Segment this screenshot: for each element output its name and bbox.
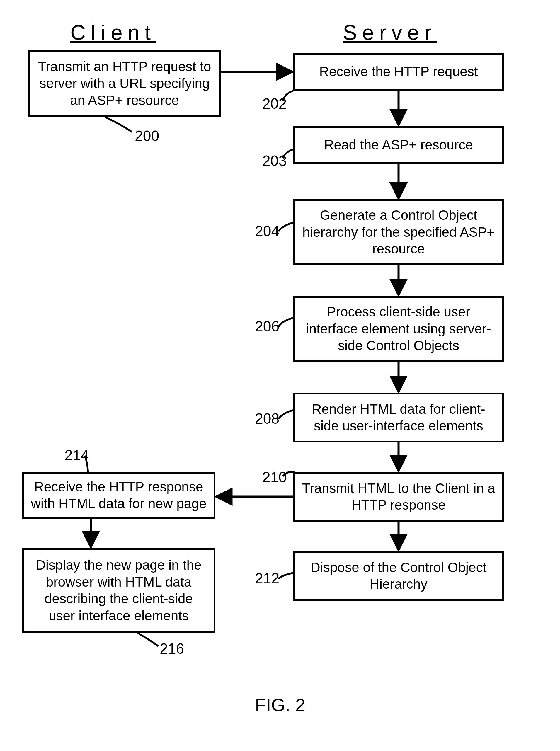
ref-210: 210 [262,469,286,486]
step-202-box: Receive the HTTP request [293,53,504,91]
client-column-header: Client [70,21,156,44]
ref-212: 212 [255,570,279,587]
step-200-box: Transmit an HTTP request to server with … [28,50,221,117]
ref-216: 216 [160,640,184,657]
figure-caption: FIG. 2 [255,694,305,715]
step-212-box: Dispose of the Control Object Hierarchy [293,551,504,601]
step-206-box: Process client-side user interface eleme… [293,296,504,362]
ref-200: 200 [135,127,159,144]
step-208-box: Render HTML data for client-side user-in… [293,393,504,443]
step-214-box: Receive the HTTP response with HTML data… [22,472,215,519]
step-216-box: Display the new page in the browser with… [22,548,215,633]
step-210-box: Transmit HTML to the Client in a HTTP re… [293,472,504,522]
ref-202: 202 [262,95,286,112]
flowchart-page: Client Server Transmit an HTTP request t… [0,0,560,751]
step-204-box: Generate a Control Object hierarchy for … [293,199,504,265]
step-203-box: Read the ASP+ resource [293,126,504,164]
ref-208: 208 [255,410,279,427]
ref-214: 214 [64,447,89,464]
ref-206: 206 [255,318,279,335]
server-column-header: Server [343,21,437,44]
ref-204: 204 [255,223,279,240]
ref-203: 203 [262,153,286,169]
